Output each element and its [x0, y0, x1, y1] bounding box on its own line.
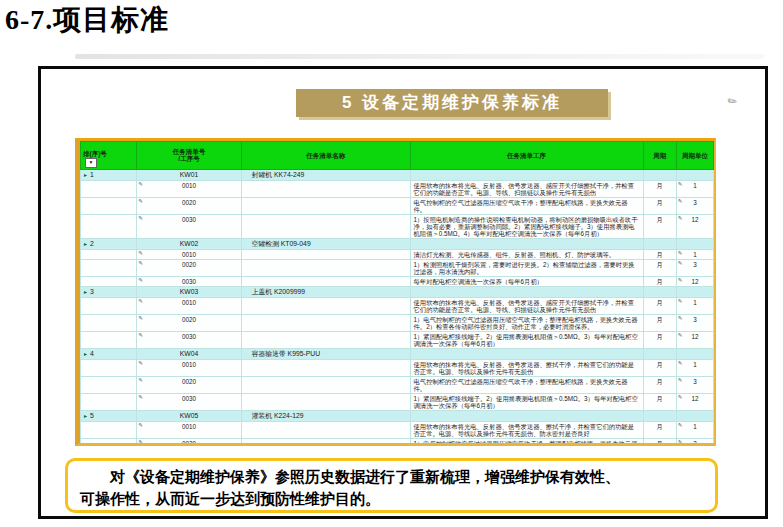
seq-cell: ▸4 — [81, 348, 137, 359]
header-row: 排(序)号 ▼ 任务清单号 /工序号 任务清单名称 任务清单工序 周期 周期单位 — [81, 142, 714, 170]
seq-value: 3 — [90, 288, 94, 295]
expand-icon[interactable]: ▸ — [84, 241, 87, 247]
op-row[interactable]: ✎0020 电气控制柜的空气过滤器用压缩空气吹干净；整理配电柜线路，更换失效元器… — [81, 197, 714, 214]
empty-cell — [410, 286, 643, 297]
cycle-unit-value: 3 — [693, 199, 697, 206]
op-no-cell: ✎0020 — [137, 376, 241, 393]
op-row[interactable]: ✎0030 1）紧固配电柜接线端子。2）使用摇表测电机阻值＞0.5MΩ。3）每年… — [81, 331, 714, 348]
empty-cell — [676, 286, 713, 297]
empty-cell — [241, 259, 410, 276]
empty-cell — [410, 348, 643, 359]
empty-cell — [410, 410, 643, 421]
op-row[interactable]: ✎0030 1）按照电机制造商的操作说明检查电机制动器，将制动区的磨损物吸出或者… — [81, 214, 714, 238]
pencil-icon: ✎ — [678, 315, 683, 321]
op-row[interactable]: ✎0030 1）紧固配电柜接线端子。2）使用摇表测电机阻值＞0.5MΩ。3）每年… — [81, 393, 714, 410]
cycle-unit-value: 1 — [693, 299, 697, 306]
cycle-unit-value: 1 — [693, 423, 697, 430]
empty-cell — [241, 197, 410, 214]
op-row[interactable]: ✎0020 1）检测照相机干燥剂装置，需要时进行更换。2）检查辅助过滤器，需要时… — [81, 259, 714, 276]
empty-cell — [410, 169, 643, 180]
empty-cell — [81, 297, 137, 314]
op-no-value: 0020 — [182, 261, 196, 268]
cycle-unit-cell: ✎12 — [676, 393, 713, 410]
op-row[interactable]: ✎0010 使用软布的抹布将光电、反射器、信号发送器、感应开关仔细擦拭干净，并检… — [81, 297, 714, 314]
op-no-cell: ✎0010 — [137, 421, 241, 438]
cycle-value: 月 — [643, 376, 676, 393]
op-no-cell: ✎0030 — [137, 276, 241, 286]
cycle-value: 月 — [643, 438, 676, 446]
col-header-seq-label: 排(序)号 — [83, 150, 107, 157]
cycle-value: 月 — [643, 214, 676, 238]
op-no-cell: ✎0030 — [137, 331, 241, 348]
op-task-text: 电气控制柜的空气过滤器用压缩空气吹干净；整理配电柜线路，更换失效元器件。 — [410, 197, 643, 214]
filter-dropdown-icon[interactable]: ▼ — [85, 158, 97, 168]
empty-cell — [241, 376, 410, 393]
pencil-icon: ✎ — [678, 377, 683, 383]
slide-section-banner: 5 设备定期维护保养标准 — [296, 89, 608, 117]
empty-cell — [81, 249, 137, 259]
machine-row[interactable]: ▸4 KW04 容器输送带 K995-PUU — [81, 348, 714, 359]
empty-cell — [81, 393, 137, 410]
maintenance-table-frame: 排(序)号 ▼ 任务清单号 /工序号 任务清单名称 任务清单工序 周期 周期单位… — [75, 138, 716, 446]
title-divider — [75, 54, 765, 59]
pencil-icon: ✎ — [678, 250, 683, 256]
page: { "page_title": "6-7.项目标准", "banner_titl… — [0, 0, 783, 527]
pencil-icon: ✎ — [138, 360, 143, 366]
machine-row[interactable]: ▸2 KW02 空罐检测 KT09-049 — [81, 238, 714, 249]
cycle-value: 月 — [643, 259, 676, 276]
op-no-value: 0030 — [182, 278, 196, 285]
expand-icon[interactable]: ▸ — [84, 172, 87, 178]
cycle-unit-cell: ✎1 — [676, 421, 713, 438]
op-no-value: 0030 — [182, 333, 196, 340]
op-task-text: 清洁灯光检测、光电传感器、组件、反射器、照相机、灯、防护玻璃等。 — [410, 249, 643, 259]
op-no-cell: ✎0010 — [137, 249, 241, 259]
pencil-icon: ✎ — [138, 439, 143, 445]
machine-row[interactable]: ▸5 KW05 灌装机 K224-129 — [81, 410, 714, 421]
machine-row[interactable]: ▸1 KW01 封罐机 KK74-249 — [81, 169, 714, 180]
expand-icon[interactable]: ▸ — [84, 289, 87, 295]
op-task-text: 1）紧固配电柜接线端子。2）使用摇表测电机阻值＞0.5MΩ。3）每年对配电柜空调… — [410, 331, 643, 348]
cycle-unit-cell: ✎3 — [676, 376, 713, 393]
slide: 5 设备定期维护保养标准 ✎ 排(序)号 ▼ 任务清单号 /工序号 任务清单名称… — [38, 66, 768, 519]
op-row[interactable]: ✎0010 使用软布的抹布将光电、反射器、信号发送器、感应开关仔细擦拭干净，并检… — [81, 180, 714, 197]
summary-callout: 对《设备定期维护保养》参照历史数据进行了重新梳理，增强维护保有效性、 可操作性，… — [65, 458, 718, 513]
empty-cell — [241, 249, 410, 259]
pencil-icon: ✎ — [138, 377, 143, 383]
cycle-unit-value: 12 — [691, 333, 698, 340]
cycle-unit-value: 3 — [693, 440, 697, 446]
expand-icon[interactable]: ▸ — [84, 413, 87, 419]
op-row[interactable]: ✎0020 1）电气控制柜的空气过滤器用压缩空气吹干净；整理配电柜线路，更换失效… — [81, 438, 714, 446]
empty-cell — [676, 410, 713, 421]
op-row[interactable]: ✎0030 每年对配电柜空调清洗一次保养（每年6月初） 月 ✎12 — [81, 276, 714, 286]
equipment-name: 灌装机 K224-129 — [241, 410, 410, 421]
cycle-unit-value: 12 — [691, 216, 698, 223]
op-no-value: 0010 — [182, 182, 196, 189]
pencil-icon: ✎ — [138, 315, 143, 321]
machine-row[interactable]: ▸3 KW03 上盖机 K2009999 — [81, 286, 714, 297]
col-header-seq: 排(序)号 ▼ — [81, 142, 137, 170]
empty-cell — [676, 169, 713, 180]
empty-cell — [676, 238, 713, 249]
pencil-icon: ✎ — [678, 181, 683, 187]
col-header-list-no: 任务清单号 /工序号 — [137, 142, 241, 170]
op-no-value: 0030 — [182, 395, 196, 402]
cycle-value: 月 — [643, 249, 676, 259]
ornament-pencil-icon: ✎ — [725, 94, 740, 110]
op-row[interactable]: ✎0010 使用软布的抹布将光电、反射器、信号发送器、擦拭干净，并检查它们的功能… — [81, 421, 714, 438]
pencil-icon: ✎ — [138, 332, 143, 338]
expand-icon[interactable]: ▸ — [84, 351, 87, 357]
op-no-cell: ✎0030 — [137, 214, 241, 238]
op-row[interactable]: ✎0010 使用软布的抹布将光电、反射器、信号发送器、擦拭干净，并检查它们的功能… — [81, 359, 714, 376]
col-header-operation: 任务清单工序 — [410, 142, 643, 170]
op-row[interactable]: ✎0020 电气控制柜的空气过滤器用压缩空气吹干净；整理配电柜线路，更换失效元器… — [81, 376, 714, 393]
cycle-value: 月 — [643, 393, 676, 410]
cycle-value: 月 — [643, 359, 676, 376]
op-row[interactable]: ✎0010 清洁灯光检测、光电传感器、组件、反射器、照相机、灯、防护玻璃等。 月… — [81, 249, 714, 259]
seq-cell: ▸5 — [81, 410, 137, 421]
seq-value: 2 — [90, 240, 94, 247]
pencil-icon: ✎ — [678, 439, 683, 445]
op-task-text: 使用软布的抹布将光电、反射器、信号发送器、擦拭干净，并检查它们的功能是否正常。电… — [410, 421, 643, 438]
op-row[interactable]: ✎0020 1）电气控制柜的空气过滤器用压缩空气吹干净；整理配电柜线路，更换失效… — [81, 314, 714, 331]
op-no-cell: ✎0010 — [137, 180, 241, 197]
equipment-name: 容器输送带 K995-PUU — [241, 348, 410, 359]
